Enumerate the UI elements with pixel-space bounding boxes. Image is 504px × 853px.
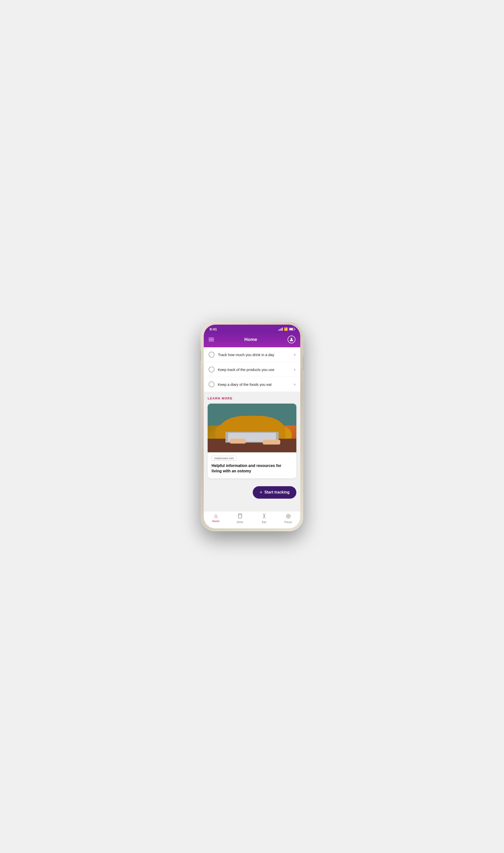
tracking-item-products[interactable]: Keep track of the products you use › — [204, 362, 300, 377]
profile-button[interactable] — [288, 335, 295, 343]
card-source: mepluscare.com — [212, 456, 237, 460]
start-tracking-container: + Start tracking — [204, 482, 300, 502]
hand-left — [230, 439, 246, 443]
tracking-item-drink[interactable]: Track how much you drink in a day › — [204, 347, 300, 362]
tab-pouch[interactable]: Pouch — [276, 513, 300, 524]
svg-rect-1 — [238, 514, 242, 518]
tracking-list: Track how much you drink in a day › Keep… — [204, 347, 300, 392]
tracking-item-products-text: Keep track of the products you use — [218, 367, 294, 372]
radio-drink[interactable] — [209, 352, 214, 358]
tab-pouch-label: Pouch — [284, 521, 292, 524]
start-tracking-label: Start tracking — [265, 490, 290, 494]
tab-home[interactable]: ⌂ Home — [204, 513, 228, 524]
radio-food[interactable] — [209, 381, 214, 387]
menu-button[interactable] — [209, 338, 214, 341]
phone-screen: 9:41 📶 Home — [204, 325, 300, 528]
chevron-food-icon: › — [294, 382, 295, 386]
tab-bar: ⌂ Home Drink E — [204, 511, 300, 528]
chevron-drink-icon: › — [294, 352, 295, 357]
hand-right — [263, 440, 281, 444]
main-content: Track how much you drink in a day › Keep… — [204, 347, 300, 511]
battery-icon — [289, 328, 294, 330]
tracking-item-drink-text: Track how much you drink in a day — [218, 353, 294, 357]
tab-drink[interactable]: Drink — [228, 513, 252, 524]
signal-icon — [278, 328, 283, 331]
svg-point-5 — [286, 514, 290, 518]
tab-eat-label: Eat — [262, 521, 266, 524]
wifi-icon: 📶 — [284, 327, 288, 331]
status-time: 9:41 — [210, 327, 217, 331]
card-title: Helpful information and resources for li… — [212, 463, 292, 474]
status-icons: 📶 — [278, 327, 294, 331]
scene — [208, 404, 296, 452]
svg-point-0 — [291, 338, 292, 340]
card-image — [208, 404, 296, 452]
radio-products[interactable] — [209, 366, 214, 373]
tab-eat[interactable]: Eat — [252, 513, 276, 524]
pouch-icon — [286, 513, 291, 520]
drink-icon — [238, 513, 242, 520]
learn-more-label: LEARN MORE — [208, 397, 296, 400]
tracking-item-food-text: Keep a diary of the foods you eat — [218, 382, 294, 386]
chevron-products-icon: › — [294, 367, 295, 372]
tab-home-label: Home — [212, 520, 219, 523]
start-tracking-button[interactable]: + Start tracking — [253, 486, 296, 498]
app-header: Home — [204, 333, 300, 347]
eat-icon — [262, 513, 267, 520]
tracking-item-food[interactable]: Keep a diary of the foods you eat › — [204, 377, 300, 392]
home-icon: ⌂ — [214, 513, 217, 519]
svg-point-6 — [288, 515, 289, 517]
status-bar: 9:41 📶 — [204, 325, 300, 333]
card-body: mepluscare.com Helpful information and r… — [208, 452, 296, 478]
phone-device: 9:41 📶 Home — [201, 322, 303, 531]
learn-more-card[interactable]: mepluscare.com Helpful information and r… — [208, 404, 296, 478]
plus-icon: + — [259, 490, 263, 495]
learn-more-section: LEARN MORE — [204, 392, 300, 482]
tab-drink-label: Drink — [237, 521, 243, 524]
header-title: Home — [245, 337, 257, 342]
